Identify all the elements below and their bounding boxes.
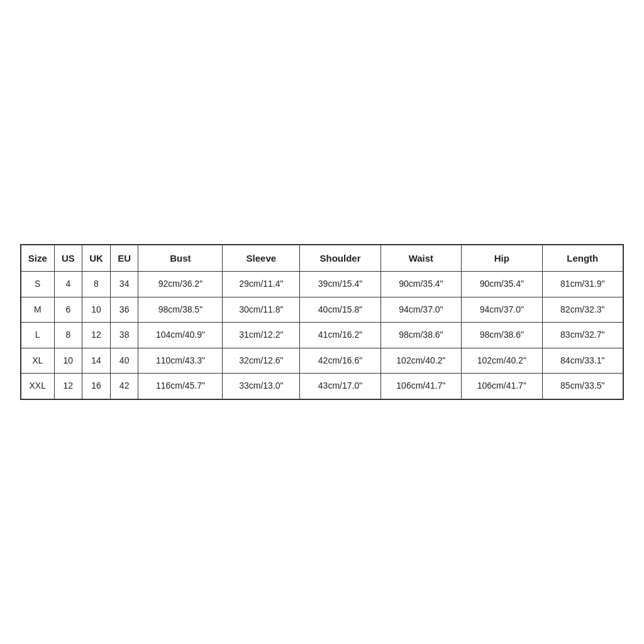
cell-us: 6	[54, 297, 82, 323]
cell-eu: 38	[110, 323, 138, 348]
cell-hip: 94cm/37.0"	[462, 297, 542, 323]
cell-hip: 90cm/35.4"	[462, 272, 542, 297]
cell-eu: 36	[110, 297, 138, 323]
cell-waist: 98cm/38.6"	[380, 323, 461, 348]
cell-sleeve: 33cm/13.0"	[223, 374, 300, 399]
size-chart-container: Size US UK EU Bust Sleeve Shoulder Waist…	[20, 244, 624, 400]
cell-us: 10	[54, 348, 82, 374]
cell-sleeve: 30cm/11.8"	[223, 297, 300, 323]
cell-waist: 106cm/41.7"	[380, 374, 461, 399]
cell-hip: 102cm/40.2"	[462, 348, 542, 374]
cell-length: 85cm/33.5"	[542, 374, 623, 399]
cell-uk: 8	[82, 272, 111, 297]
cell-sleeve: 32cm/12.6"	[223, 348, 300, 374]
header-bust: Bust	[138, 245, 223, 272]
header-hip: Hip	[462, 245, 542, 272]
cell-waist: 102cm/40.2"	[380, 348, 461, 374]
cell-eu: 40	[110, 348, 138, 374]
header-size: Size	[21, 245, 55, 272]
table-row: XL101440110cm/43.3"32cm/12.6"42cm/16.6"1…	[21, 348, 623, 374]
cell-uk: 16	[82, 374, 111, 399]
cell-eu: 34	[110, 272, 138, 297]
cell-hip: 98cm/38.6"	[462, 323, 542, 348]
table-row: S483492cm/36.2"29cm/11.4"39cm/15.4"90cm/…	[21, 272, 623, 297]
header-us: US	[54, 245, 82, 272]
cell-shoulder: 39cm/15.4"	[300, 272, 380, 297]
cell-size: S	[21, 272, 55, 297]
cell-size: M	[21, 297, 55, 323]
cell-sleeve: 29cm/11.4"	[223, 272, 300, 297]
table-row: XXL121642116cm/45.7"33cm/13.0"43cm/17.0"…	[21, 374, 623, 399]
cell-length: 81cm/31.9"	[542, 272, 623, 297]
cell-eu: 42	[110, 374, 138, 399]
cell-shoulder: 40cm/15.8"	[300, 297, 380, 323]
cell-bust: 110cm/43.3"	[138, 348, 223, 374]
cell-us: 12	[54, 374, 82, 399]
header-waist: Waist	[380, 245, 461, 272]
table-row: M6103698cm/38.5"30cm/11.8"40cm/15.8"94cm…	[21, 297, 623, 323]
cell-hip: 106cm/41.7"	[462, 374, 542, 399]
cell-length: 84cm/33.1"	[542, 348, 623, 374]
cell-bust: 116cm/45.7"	[138, 374, 223, 399]
cell-bust: 104cm/40.9"	[138, 323, 223, 348]
cell-length: 82cm/32.3"	[542, 297, 623, 323]
cell-waist: 94cm/37.0"	[380, 297, 461, 323]
cell-us: 8	[54, 323, 82, 348]
header-length: Length	[542, 245, 623, 272]
cell-bust: 92cm/36.2"	[138, 272, 223, 297]
cell-shoulder: 41cm/16.2"	[300, 323, 380, 348]
cell-length: 83cm/32.7"	[542, 323, 623, 348]
cell-size: L	[21, 323, 55, 348]
header-eu: EU	[110, 245, 138, 272]
header-sleeve: Sleeve	[223, 245, 300, 272]
cell-size: XL	[21, 348, 55, 374]
cell-sleeve: 31cm/12.2"	[223, 323, 300, 348]
cell-size: XXL	[21, 374, 55, 399]
cell-shoulder: 42cm/16.6"	[300, 348, 380, 374]
table-row: L81238104cm/40.9"31cm/12.2"41cm/16.2"98c…	[21, 323, 623, 348]
size-chart-table: Size US UK EU Bust Sleeve Shoulder Waist…	[21, 245, 623, 399]
cell-bust: 98cm/38.5"	[138, 297, 223, 323]
cell-uk: 10	[82, 297, 111, 323]
cell-uk: 14	[82, 348, 111, 374]
cell-shoulder: 43cm/17.0"	[300, 374, 380, 399]
header-shoulder: Shoulder	[300, 245, 380, 272]
header-uk: UK	[82, 245, 111, 272]
table-header-row: Size US UK EU Bust Sleeve Shoulder Waist…	[21, 245, 623, 272]
cell-waist: 90cm/35.4"	[380, 272, 461, 297]
cell-uk: 12	[82, 323, 111, 348]
cell-us: 4	[54, 272, 82, 297]
